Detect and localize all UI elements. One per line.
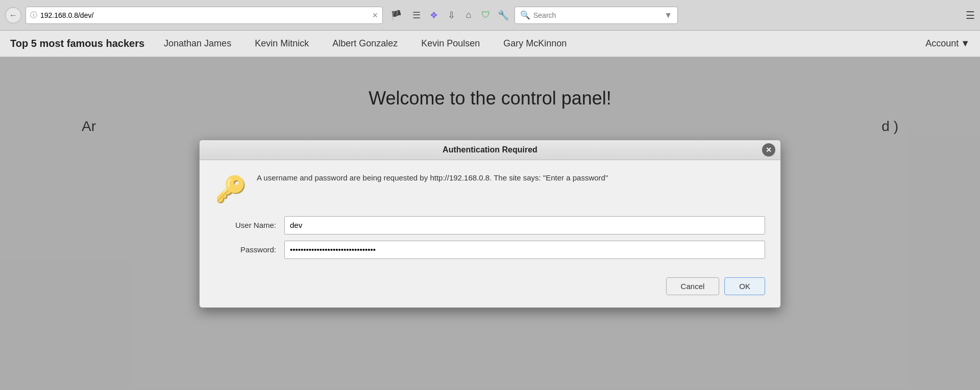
menu-icon[interactable]: ☰ xyxy=(966,9,975,21)
dialog-body: 🔑 A username and password are being requ… xyxy=(200,160,780,307)
search-icon: 🔍 xyxy=(520,10,530,20)
auth-message: A username and password are being reques… xyxy=(257,172,608,184)
nav-item-kevin-poulsen[interactable]: Kevin Poulsen xyxy=(417,35,484,52)
info-icon[interactable]: ⓘ xyxy=(30,11,37,20)
auth-message-row: 🔑 A username and password are being requ… xyxy=(215,172,765,204)
browser-chrome: ← ⓘ ✕ 🏴 ☰ ❖ ⇩ ⌂ 🛡 🔧 🔍 ▼ ☰ xyxy=(0,0,980,31)
address-clear-icon[interactable]: ✕ xyxy=(372,11,378,19)
auth-form: User Name: Password: xyxy=(215,216,765,259)
nav-item-gary[interactable]: Gary McKinnon xyxy=(499,35,571,52)
password-label: Password: xyxy=(215,245,276,254)
auth-dialog: Authentication Required ✕ 🔑 A username a… xyxy=(199,140,781,308)
nav-item-kevin-mitnick[interactable]: Kevin Mitnick xyxy=(251,35,313,52)
bookmark-icon[interactable]: 🏴 xyxy=(389,8,403,22)
back-button[interactable]: ← xyxy=(5,7,21,23)
password-input[interactable] xyxy=(284,241,765,259)
account-dropdown-icon: ▼ xyxy=(961,38,970,49)
cancel-button[interactable]: Cancel xyxy=(666,277,720,295)
bookmarks-list-icon[interactable]: ☰ xyxy=(409,8,424,22)
address-bar: ⓘ ✕ xyxy=(26,7,383,24)
pocket-icon[interactable]: ❖ xyxy=(427,8,441,22)
search-dropdown-icon[interactable]: ▼ xyxy=(664,11,672,20)
extensions-icon[interactable]: 🔧 xyxy=(496,8,510,22)
download-icon[interactable]: ⇩ xyxy=(444,8,458,22)
shield-icon[interactable]: 🛡 xyxy=(479,8,493,22)
ok-button[interactable]: OK xyxy=(724,277,765,295)
search-bar: 🔍 ▼ xyxy=(514,7,678,24)
page-content: Welcome to the control panel! Ar d ) Aut… xyxy=(0,57,980,390)
address-input[interactable] xyxy=(40,11,369,19)
account-menu[interactable]: Account ▼ xyxy=(925,38,970,49)
site-logo[interactable]: Top 5 most famous hackers xyxy=(10,38,144,49)
username-input[interactable] xyxy=(284,216,765,235)
modal-overlay: Authentication Required ✕ 🔑 A username a… xyxy=(0,57,980,390)
nav-item-albert[interactable]: Albert Gonzalez xyxy=(328,35,402,52)
auth-buttons: Cancel OK xyxy=(215,269,765,295)
dialog-close-button[interactable]: ✕ xyxy=(762,143,775,157)
dialog-header: Authentication Required ✕ xyxy=(200,140,780,160)
nav-bar: Top 5 most famous hackers Jonathan James… xyxy=(0,31,980,57)
username-label: User Name: xyxy=(215,221,276,229)
key-icon: 🔑 xyxy=(215,174,247,204)
toolbar-icons: ☰ ❖ ⇩ ⌂ 🛡 🔧 xyxy=(409,8,510,22)
home-icon[interactable]: ⌂ xyxy=(461,8,476,22)
password-row: Password: xyxy=(215,241,765,259)
dialog-title: Authentication Required xyxy=(443,145,537,154)
username-row: User Name: xyxy=(215,216,765,235)
nav-item-jonathan[interactable]: Jonathan James xyxy=(160,35,235,52)
search-input[interactable] xyxy=(533,11,661,19)
